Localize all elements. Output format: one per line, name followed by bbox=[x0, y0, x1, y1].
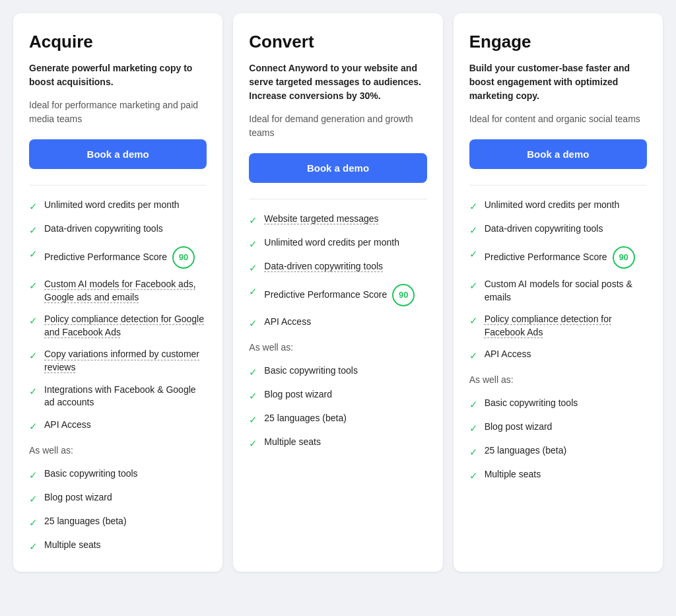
feature-text: Predictive Performance Score bbox=[485, 251, 607, 264]
check-icon: ✓ bbox=[29, 539, 38, 553]
check-icon: ✓ bbox=[249, 436, 257, 450]
check-icon: ✓ bbox=[249, 237, 257, 251]
feature-item: ✓Predictive Performance Score90 bbox=[29, 246, 207, 269]
card-convert-description: Connect Anyword to your website and serv… bbox=[249, 61, 426, 103]
check-icon: ✓ bbox=[29, 468, 38, 482]
performance-score-badge: 90 bbox=[392, 284, 415, 306]
check-icon: ✓ bbox=[29, 199, 38, 213]
feature-text: API Access bbox=[44, 419, 91, 432]
feature-item: ✓Data-driven copywriting tools bbox=[469, 222, 647, 237]
feature-item: ✓Website targeted messages bbox=[249, 213, 426, 227]
feature-link-text[interactable]: Copy variations informed by customer rev… bbox=[44, 348, 207, 374]
check-icon: ✓ bbox=[29, 419, 38, 433]
as-well-as-label: As well as: bbox=[249, 342, 426, 353]
check-icon: ✓ bbox=[249, 365, 257, 379]
card-acquire-title: Acquire bbox=[29, 32, 207, 52]
check-icon: ✓ bbox=[29, 223, 38, 237]
feature-text: Integrations with Facebook & Google ad a… bbox=[44, 384, 207, 409]
feature-link-text[interactable]: Website targeted messages bbox=[264, 213, 378, 226]
extra-feature-text: Blog post wizard bbox=[485, 421, 553, 434]
extra-feature-text: Multiple seats bbox=[485, 468, 541, 481]
performance-score-badge: 90 bbox=[172, 246, 195, 269]
card-acquire-divider bbox=[29, 185, 207, 186]
extra-feature-text: Basic copywriting tools bbox=[264, 364, 358, 378]
check-icon: ✓ bbox=[249, 413, 257, 427]
feature-link-text[interactable]: Custom AI models for Facebook ads, Googl… bbox=[44, 278, 207, 304]
extra-feature-item: ✓Basic copywriting tools bbox=[29, 467, 207, 482]
extra-feature-item: ✓Basic copywriting tools bbox=[249, 364, 426, 379]
check-icon: ✓ bbox=[249, 213, 257, 227]
feature-item: ✓API Access bbox=[29, 419, 207, 433]
feature-item: ✓Unlimited word credits per month bbox=[29, 199, 207, 213]
card-engage-title: Engage bbox=[469, 32, 647, 52]
extra-feature-item: ✓Blog post wizard bbox=[469, 421, 647, 435]
extra-feature-item: ✓Multiple seats bbox=[469, 468, 647, 483]
feature-item: ✓Predictive Performance Score90 bbox=[469, 246, 647, 269]
card-engage: EngageBuild your customer-base faster an… bbox=[454, 13, 663, 572]
extra-feature-item: ✓Multiple seats bbox=[29, 539, 207, 553]
feature-item: ✓Predictive Performance Score90 bbox=[249, 284, 426, 306]
check-icon: ✓ bbox=[249, 285, 257, 298]
card-acquire-feature-list: ✓Unlimited word credits per month✓Data-d… bbox=[29, 199, 207, 553]
as-well-as-label: As well as: bbox=[29, 445, 207, 456]
card-acquire-description: Generate powerful marketing copy to boos… bbox=[29, 61, 207, 89]
card-convert-feature-list: ✓Website targeted messages✓Unlimited wor… bbox=[249, 213, 426, 450]
feature-text: Predictive Performance Score bbox=[264, 289, 387, 302]
card-convert-demo-button[interactable]: Book a demo bbox=[249, 153, 426, 183]
check-icon: ✓ bbox=[469, 314, 478, 327]
card-convert-divider bbox=[249, 199, 426, 199]
extra-feature-text: Multiple seats bbox=[264, 436, 321, 449]
check-icon: ✓ bbox=[469, 223, 478, 237]
check-icon: ✓ bbox=[249, 389, 257, 403]
card-engage-demo-button[interactable]: Book a demo bbox=[469, 139, 647, 169]
extra-feature-item: ✓25 languages (beta) bbox=[469, 444, 647, 459]
check-icon: ✓ bbox=[29, 384, 38, 398]
card-engage-feature-list: ✓Unlimited word credits per month✓Data-d… bbox=[469, 199, 647, 483]
check-icon: ✓ bbox=[29, 349, 38, 362]
feature-text: Unlimited word credits per month bbox=[44, 199, 180, 212]
extra-feature-item: ✓Blog post wizard bbox=[29, 491, 207, 506]
extra-feature-text: 25 languages (beta) bbox=[264, 412, 347, 425]
extra-feature-text: Basic copywriting tools bbox=[485, 397, 578, 410]
performance-score-badge: 90 bbox=[613, 246, 635, 269]
feature-text: Custom AI models for social posts & emai… bbox=[485, 278, 647, 304]
card-acquire-demo-button[interactable]: Book a demo bbox=[29, 139, 207, 169]
check-icon: ✓ bbox=[29, 516, 38, 530]
check-icon: ✓ bbox=[249, 261, 257, 275]
card-acquire-ideal: Ideal for performance marketing and paid… bbox=[29, 98, 207, 126]
extra-feature-item: ✓25 languages (beta) bbox=[249, 412, 426, 427]
card-engage-ideal: Ideal for content and organic social tea… bbox=[469, 112, 647, 126]
check-icon: ✓ bbox=[29, 492, 38, 506]
check-icon: ✓ bbox=[249, 316, 257, 330]
check-icon: ✓ bbox=[469, 279, 478, 292]
extra-feature-text: Multiple seats bbox=[44, 539, 101, 552]
feature-item: ✓Policy compliance detection for Google … bbox=[29, 313, 207, 339]
feature-link-text[interactable]: Policy compliance detection for Google a… bbox=[44, 313, 207, 339]
feature-link-text[interactable]: Policy compliance detection for Facebook… bbox=[485, 313, 647, 339]
feature-item: ✓Data-driven copywriting tools bbox=[29, 222, 207, 237]
feature-item: ✓Unlimited word credits per month bbox=[469, 199, 647, 213]
feature-item: ✓Integrations with Facebook & Google ad … bbox=[29, 384, 207, 409]
feature-item: ✓Custom AI models for social posts & ema… bbox=[469, 278, 647, 304]
check-icon: ✓ bbox=[469, 199, 478, 213]
feature-item: ✓Copy variations informed by customer re… bbox=[29, 348, 207, 374]
feature-item: ✓Unlimited word credits per month bbox=[249, 236, 426, 251]
feature-text: Predictive Performance Score bbox=[44, 251, 167, 264]
extra-feature-item: ✓Multiple seats bbox=[249, 436, 426, 450]
feature-item: ✓Custom AI models for Facebook ads, Goog… bbox=[29, 278, 207, 304]
feature-item: ✓Policy compliance detection for Faceboo… bbox=[469, 313, 647, 339]
feature-row: Predictive Performance Score90 bbox=[264, 284, 415, 306]
card-engage-divider bbox=[469, 185, 647, 186]
feature-row: Predictive Performance Score90 bbox=[485, 246, 635, 269]
pricing-grid: AcquireGenerate powerful marketing copy … bbox=[13, 13, 663, 572]
extra-feature-item: ✓Basic copywriting tools bbox=[469, 397, 647, 411]
feature-item: ✓Data-driven copywriting tools bbox=[249, 260, 426, 275]
extra-feature-item: ✓Blog post wizard bbox=[249, 388, 426, 403]
feature-link-text[interactable]: Data-driven copywriting tools bbox=[264, 260, 383, 273]
check-icon: ✓ bbox=[29, 247, 38, 261]
feature-text: Data-driven copywriting tools bbox=[485, 222, 603, 236]
check-icon: ✓ bbox=[29, 314, 38, 327]
extra-feature-text: Blog post wizard bbox=[44, 491, 112, 504]
check-icon: ✓ bbox=[29, 279, 38, 292]
feature-item: ✓API Access bbox=[249, 316, 426, 330]
